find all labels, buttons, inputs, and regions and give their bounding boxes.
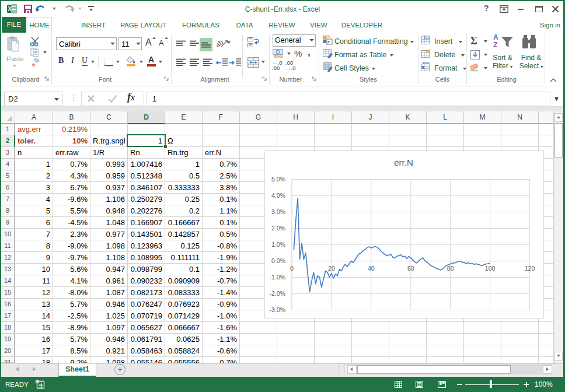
svg-text:0.0%: 0.0% bbox=[271, 257, 285, 264]
svg-text:3.0%: 3.0% bbox=[271, 208, 285, 215]
svg-text:100: 100 bbox=[485, 265, 496, 272]
svg-text:0: 0 bbox=[290, 265, 294, 272]
svg-text:80: 80 bbox=[447, 265, 454, 272]
svg-text:1.0%: 1.0% bbox=[271, 241, 285, 248]
svg-text:err.N: err.N bbox=[394, 158, 413, 167]
svg-text:-2.0%: -2.0% bbox=[270, 290, 285, 297]
svg-text:X: X bbox=[8, 6, 12, 12]
svg-text:5.0%: 5.0% bbox=[271, 176, 285, 183]
svg-text:60: 60 bbox=[407, 265, 414, 272]
svg-text:ab: ab bbox=[217, 38, 225, 49]
svg-text:120: 120 bbox=[525, 265, 535, 272]
svg-text:20: 20 bbox=[328, 265, 335, 272]
svg-text:2.0%: 2.0% bbox=[271, 225, 285, 232]
svg-text:≠: ≠ bbox=[327, 40, 330, 45]
svg-text:40: 40 bbox=[368, 265, 375, 272]
svg-text:4.0%: 4.0% bbox=[271, 192, 285, 199]
svg-text:-1.0%: -1.0% bbox=[270, 274, 285, 281]
svg-text:-3.0%: -3.0% bbox=[270, 306, 285, 313]
